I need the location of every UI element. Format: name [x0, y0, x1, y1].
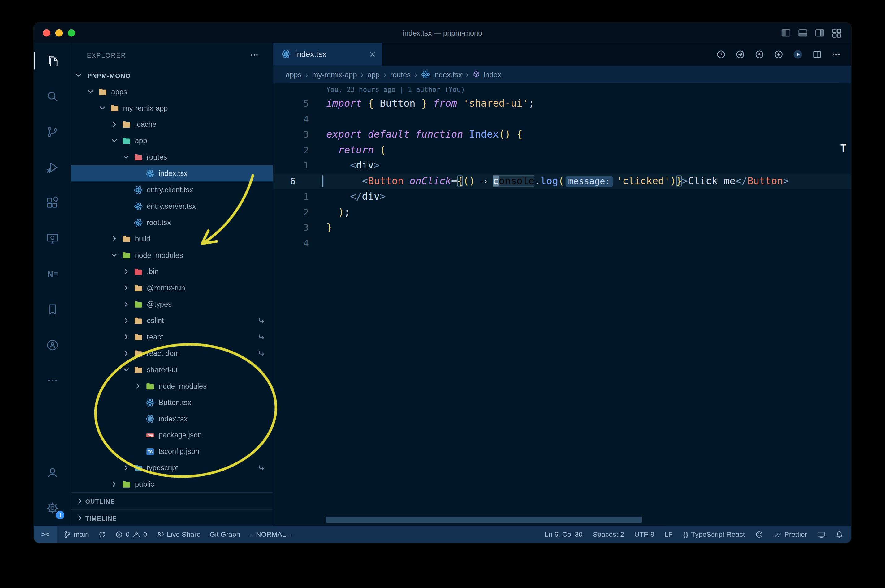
- tree-item-entry.client.tsx[interactable]: entry.client.tsx: [71, 182, 272, 198]
- breadcrumb-app[interactable]: app: [367, 70, 380, 78]
- live-share-status[interactable]: Live Share: [152, 525, 205, 543]
- indentation-status[interactable]: Spaces: 2: [588, 525, 629, 543]
- circle-arrow-icon[interactable]: [774, 50, 784, 59]
- formatter-status[interactable]: Prettier: [769, 525, 812, 543]
- feedback-status[interactable]: [750, 525, 768, 543]
- tree-item-@remix-run[interactable]: @remix-run: [71, 280, 272, 296]
- tree-item-eslint[interactable]: eslint: [71, 312, 272, 328]
- code-line[interactable]: 1 </div>: [273, 189, 851, 204]
- vim-mode-status[interactable]: -- NORMAL --: [245, 525, 297, 543]
- branch-status[interactable]: main: [59, 525, 93, 543]
- tree-item-routes[interactable]: routes: [71, 149, 272, 165]
- toggle-secondary-sidebar-icon[interactable]: [814, 27, 825, 38]
- language-mode-status[interactable]: {}TypeScript React: [678, 525, 750, 543]
- tree-item-app[interactable]: app: [71, 133, 272, 149]
- activity-accounts-button[interactable]: [34, 454, 71, 490]
- ts-icon: TS: [146, 447, 158, 456]
- cursor-position-status[interactable]: Ln 6, Col 30: [540, 525, 587, 543]
- tree-item-node_modules[interactable]: node_modules: [71, 247, 272, 263]
- tree-item-.bin[interactable]: .bin: [71, 263, 272, 280]
- code-line[interactable]: 4: [273, 236, 851, 251]
- tree-item-pnpm-mono[interactable]: PNPM-MONO: [71, 67, 272, 84]
- code-line[interactable]: 2 return (: [273, 142, 851, 158]
- activity-source-control-button[interactable]: [34, 114, 71, 149]
- code-editor[interactable]: You, 23 hours ago | 1 author (You) 5impo…: [273, 84, 851, 525]
- tree-item-package.json[interactable]: package.json: [71, 427, 272, 443]
- tree-item-tsconfig.json[interactable]: TStsconfig.json: [71, 443, 272, 460]
- horizontal-scrollbar[interactable]: [325, 517, 641, 523]
- eol-status[interactable]: LF: [660, 525, 677, 543]
- history-icon[interactable]: [716, 50, 726, 59]
- breadcrumbs: apps›my-remix-app›app›routes›index.tsx›I…: [273, 66, 851, 84]
- zoom-window-button[interactable]: [68, 29, 75, 36]
- breadcrumb-apps[interactable]: apps: [286, 70, 301, 78]
- close-window-button[interactable]: [43, 29, 50, 36]
- tree-item-entry.server.tsx[interactable]: entry.server.tsx: [71, 198, 272, 214]
- tree-item-node_modules[interactable]: node_modules: [71, 378, 272, 394]
- tree-item-root.tsx[interactable]: root.tsx: [71, 214, 272, 231]
- tree-item-typescript[interactable]: typescript: [71, 460, 272, 476]
- activity-nx-console-button[interactable]: N: [34, 256, 71, 291]
- tab-label: index.tsx: [295, 50, 327, 59]
- toggle-sidebar-icon[interactable]: [781, 27, 792, 38]
- breadcrumb-separator: ›: [361, 70, 364, 79]
- encoding-label: UTF-8: [634, 530, 655, 538]
- tree-item-@types[interactable]: @types: [71, 296, 272, 312]
- code-line[interactable]: 3export default function Index() {: [273, 127, 851, 142]
- run-icon[interactable]: [793, 50, 803, 59]
- problems-status[interactable]: 00: [110, 525, 152, 543]
- code-line-current[interactable]: 6 <Button onClick={() ⇒ console.log(mess…: [273, 173, 851, 189]
- open-changes-icon[interactable]: [736, 50, 745, 59]
- breadcrumb-index.tsx[interactable]: index.tsx: [421, 70, 462, 79]
- outline-section[interactable]: OUTLINE: [71, 492, 272, 509]
- breadcrumb-routes[interactable]: routes: [390, 70, 411, 78]
- tree-item-build[interactable]: build: [71, 231, 272, 247]
- close-tab-icon[interactable]: [369, 50, 376, 58]
- tree-item-.cache[interactable]: .cache: [71, 116, 272, 133]
- code-line[interactable]: 2 );: [273, 204, 851, 220]
- circle-dot-icon[interactable]: [755, 50, 764, 59]
- code-token: return: [338, 144, 374, 155]
- breadcrumb-my-remix-app[interactable]: my-remix-app: [312, 70, 357, 78]
- more-actions-icon[interactable]: [831, 50, 841, 59]
- toggle-panel-icon[interactable]: [798, 27, 808, 38]
- screencast-status[interactable]: [813, 525, 830, 543]
- activity-more-button[interactable]: [34, 363, 71, 398]
- timeline-section[interactable]: TIMELINE: [71, 509, 272, 525]
- tree-item-my-remix-app[interactable]: my-remix-app: [71, 100, 272, 116]
- activity-bookmarks-button[interactable]: [34, 291, 71, 327]
- activity-settings-button[interactable]: 1: [34, 490, 71, 525]
- tree-item-index.tsx[interactable]: index.tsx: [71, 411, 272, 427]
- code-token: [326, 175, 362, 186]
- tree-item-public[interactable]: public: [71, 476, 272, 492]
- split-editor-icon[interactable]: [812, 50, 822, 59]
- git-graph-status[interactable]: Git Graph: [205, 525, 245, 543]
- tree-item-index.tsx[interactable]: index.tsx: [71, 165, 272, 182]
- code-line[interactable]: 3}: [273, 220, 851, 235]
- tree-item-react-dom[interactable]: react-dom: [71, 345, 272, 362]
- sync-status[interactable]: [93, 525, 110, 543]
- minimize-window-button[interactable]: [56, 29, 63, 36]
- remote-status[interactable]: ><: [34, 525, 57, 543]
- code-line[interactable]: 5import { Button } from 'shared-ui';: [273, 96, 851, 111]
- tab-index-tsx[interactable]: index.tsx: [273, 43, 382, 66]
- tree-item-button.tsx[interactable]: Button.tsx: [71, 394, 272, 411]
- activity-extensions-button[interactable]: [34, 185, 71, 220]
- activity-remote-explorer-button[interactable]: [34, 220, 71, 256]
- activity-search-button[interactable]: [34, 78, 71, 114]
- explorer-more-actions-icon[interactable]: [250, 50, 259, 60]
- breadcrumb-index[interactable]: Index: [473, 70, 501, 78]
- code-line[interactable]: 1 <div>: [273, 158, 851, 173]
- tree-item-apps[interactable]: apps: [71, 84, 272, 100]
- line-number: 6: [273, 173, 326, 189]
- activity-run-debug-button[interactable]: [34, 149, 71, 185]
- line-number: 3: [273, 127, 326, 142]
- customize-layout-icon[interactable]: [831, 27, 842, 38]
- tree-item-shared-ui[interactable]: shared-ui: [71, 362, 272, 378]
- encoding-status[interactable]: UTF-8: [630, 525, 659, 543]
- code-line[interactable]: 4: [273, 111, 851, 127]
- tree-item-react[interactable]: react: [71, 328, 272, 345]
- activity-live-share-button[interactable]: [34, 327, 71, 363]
- activity-explorer-button[interactable]: [34, 43, 71, 78]
- notifications-status[interactable]: [831, 525, 848, 543]
